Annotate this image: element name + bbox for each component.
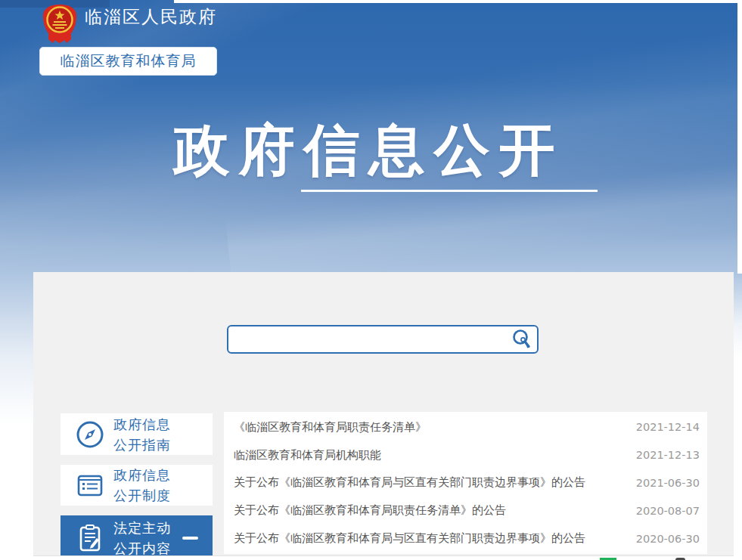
article-date: 2020-08-07 (636, 505, 707, 517)
sidebar-item-public-info-guide[interactable]: 政府信息 公开指南 (61, 413, 213, 455)
sidebar-item-label: 法定主动 公开内容 (113, 518, 171, 558)
article-date: 2020-06-30 (636, 533, 707, 545)
compass-icon (74, 419, 106, 450)
list-item[interactable]: 关于公布《临淄区教育和体育局与区直有关部门职责边界事项》的公告 2021-06-… (224, 469, 707, 497)
page-title: 政府信息公开 (0, 112, 737, 187)
minus-icon[interactable] (182, 537, 198, 540)
article-title[interactable]: 临淄区教育和体育局机构职能 (224, 448, 636, 463)
list-item[interactable]: 《临淄区教育和体育局职责任务清单》 2021-12-14 (224, 413, 707, 441)
document-icon (74, 469, 106, 501)
article-date: 2021-12-14 (636, 421, 707, 433)
right-edge-strip (737, 0, 742, 274)
search-bar (227, 325, 539, 354)
article-date: 2021-12-13 (636, 449, 707, 461)
top-edge-strip (174, 0, 742, 3)
article-title[interactable]: 《临淄区教育和体育局职责任务清单》 (224, 420, 636, 435)
article-date: 2021-06-30 (636, 477, 707, 489)
department-button[interactable]: 临淄区教育和体育局 (39, 47, 217, 76)
sidebar-item-label: 政府信息 公开制度 (113, 465, 171, 506)
article-list: 《临淄区教育和体育局职责任务清单》 2021-12-14 临淄区教育和体育局机构… (224, 412, 707, 554)
search-icon (511, 328, 533, 351)
right-margin-gradient (734, 274, 742, 357)
list-item[interactable]: 关于公布《临淄区教育和体育局与区直有关部门职责边界事项》的公告 2020-06-… (224, 525, 707, 552)
site-name[interactable]: 临淄区人民政府 (85, 5, 217, 29)
list-item[interactable]: 临淄区教育和体育局机构职能 2021-12-13 (224, 441, 707, 469)
sidebar-item-statutory-disclosure[interactable]: 法定主动 公开内容 (61, 515, 213, 560)
national-emblem-icon (42, 4, 77, 44)
article-title[interactable]: 关于公布《临淄区教育和体育局职责任务清单》的公告 (224, 503, 636, 518)
search-button[interactable] (507, 326, 537, 352)
article-title[interactable]: 关于公布《临淄区教育和体育局与区直有关部门职责边界事项》的公告 (224, 531, 636, 546)
left-margin-gradient (0, 274, 33, 425)
title-underline (301, 190, 598, 192)
clipboard-pencil-icon (74, 522, 106, 554)
search-input[interactable] (228, 326, 507, 352)
article-title[interactable]: 关于公布《临淄区教育和体育局与区直有关部门职责边界事项》的公告 (224, 475, 636, 490)
sidebar-item-public-info-system[interactable]: 政府信息 公开制度 (61, 465, 213, 506)
bottom-cutoff-strip (33, 555, 734, 560)
sidebar-item-label: 政府信息 公开指南 (113, 414, 171, 455)
list-item[interactable]: 关于公布《临淄区教育和体育局职责任务清单》的公告 2020-08-07 (224, 497, 707, 524)
